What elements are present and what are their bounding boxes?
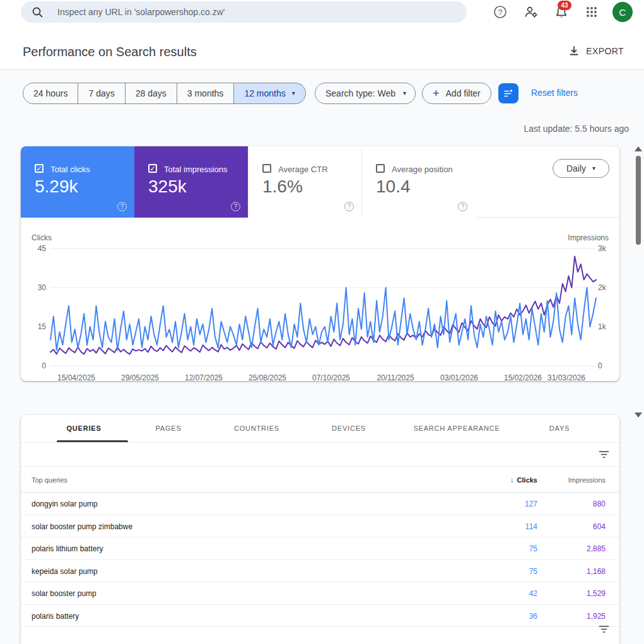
reset-filters-link[interactable]: Reset filters bbox=[531, 88, 578, 98]
table-body: dongyin solar pump 127 880 solar booster… bbox=[21, 493, 619, 627]
sort-desc-icon: ↓ bbox=[510, 476, 514, 484]
range-28-days[interactable]: 28 days bbox=[126, 83, 177, 104]
tab-countries[interactable]: COUNTRIES bbox=[234, 424, 279, 432]
table-row[interactable]: solar booster pump 42 1,529 bbox=[21, 582, 619, 605]
scrollbar[interactable] bbox=[634, 145, 643, 423]
chevron-down-icon: ▾ bbox=[292, 90, 295, 97]
search-console-app: Inspect any URL in 'solarpowershop.co.zw… bbox=[0, 0, 644, 644]
search-type-chip[interactable]: Search type: Web ▾ bbox=[315, 83, 416, 104]
column-top-queries[interactable]: Top queries bbox=[32, 476, 67, 484]
table-row[interactable]: solar booster pump zimbabwe 114 604 bbox=[21, 515, 619, 538]
range-24-hours[interactable]: 24 hours bbox=[23, 83, 78, 104]
filter-list-icon[interactable] bbox=[599, 624, 609, 637]
add-filter-chip[interactable]: + Add filter bbox=[422, 83, 491, 104]
chart-svg[interactable] bbox=[21, 146, 619, 381]
export-label: EXPORT bbox=[586, 46, 624, 56]
svg-text:?: ? bbox=[498, 8, 503, 17]
table-header-row: Top queries ↓Clicks Impressions bbox=[21, 467, 619, 493]
column-clicks-sorted[interactable]: ↓Clicks bbox=[510, 476, 537, 484]
clicks-line bbox=[50, 288, 596, 350]
table-toolbar bbox=[21, 443, 619, 467]
search-placeholder: Inspect any URL in 'solarpowershop.co.zw… bbox=[57, 7, 225, 17]
filter-tune-button[interactable] bbox=[498, 83, 518, 103]
date-range-group: 24 hours 7 days 28 days 3 months 12 mont… bbox=[23, 83, 306, 104]
table-row[interactable]: dongyin solar pump 127 880 bbox=[21, 493, 619, 515]
page-title: Performance on Search results bbox=[23, 45, 197, 59]
performance-chart-card: ✓ Total clicks 5.29k ? ✓ Total impressio… bbox=[21, 146, 619, 381]
url-inspect-search-input[interactable]: Inspect any URL in 'solarpowershop.co.zw… bbox=[21, 1, 467, 23]
plus-icon: + bbox=[433, 87, 440, 100]
user-settings-icon[interactable] bbox=[524, 4, 539, 20]
notification-count-badge: 43 bbox=[558, 1, 571, 10]
scrollbar-up-arrow-icon[interactable] bbox=[635, 146, 642, 151]
range-3-months[interactable]: 3 months bbox=[177, 83, 235, 104]
table-row[interactable]: polaris lithium battery 75 2,885 bbox=[21, 537, 619, 560]
range-7-days[interactable]: 7 days bbox=[78, 83, 125, 104]
queries-table-card: QUERIES PAGES COUNTRIES DEVICES SEARCH A… bbox=[21, 415, 619, 644]
last-update-text: Last update: 5.5 hours ago bbox=[524, 124, 629, 134]
download-icon bbox=[568, 45, 580, 57]
filter-list-icon[interactable] bbox=[599, 449, 609, 462]
scrollbar-thumb[interactable] bbox=[636, 156, 641, 245]
column-impressions[interactable]: Impressions bbox=[568, 476, 606, 484]
export-button[interactable]: EXPORT bbox=[568, 45, 624, 57]
tab-queries[interactable]: QUERIES bbox=[66, 424, 101, 432]
tab-days[interactable]: DAYS bbox=[549, 424, 570, 432]
top-bar: Inspect any URL in 'solarpowershop.co.zw… bbox=[0, 0, 644, 25]
active-tab-underline bbox=[57, 440, 128, 442]
chevron-down-icon: ▾ bbox=[403, 90, 406, 97]
account-avatar[interactable]: C bbox=[612, 2, 633, 22]
tune-sparkle-icon bbox=[503, 88, 514, 99]
table-tabs: QUERIES PAGES COUNTRIES DEVICES SEARCH A… bbox=[21, 415, 619, 443]
search-icon bbox=[32, 6, 44, 18]
chip-divider bbox=[303, 85, 303, 102]
scrollbar-down-arrow-icon[interactable] bbox=[635, 413, 642, 418]
tab-search-appearance[interactable]: SEARCH APPEARANCE bbox=[413, 424, 500, 432]
tab-pages[interactable]: PAGES bbox=[155, 424, 181, 432]
help-icon[interactable]: ? bbox=[493, 4, 508, 20]
table-row[interactable]: kepeida solar pump 75 1,168 bbox=[21, 560, 619, 583]
filter-bar: 24 hours 7 days 28 days 3 months 12 mont… bbox=[0, 83, 644, 104]
range-12-months-selected[interactable]: 12 months ▾ bbox=[234, 83, 305, 104]
tab-devices[interactable]: DEVICES bbox=[332, 424, 366, 432]
apps-grid-icon[interactable] bbox=[584, 4, 599, 20]
table-row[interactable]: polaris battery 36 1,925 bbox=[21, 605, 619, 628]
